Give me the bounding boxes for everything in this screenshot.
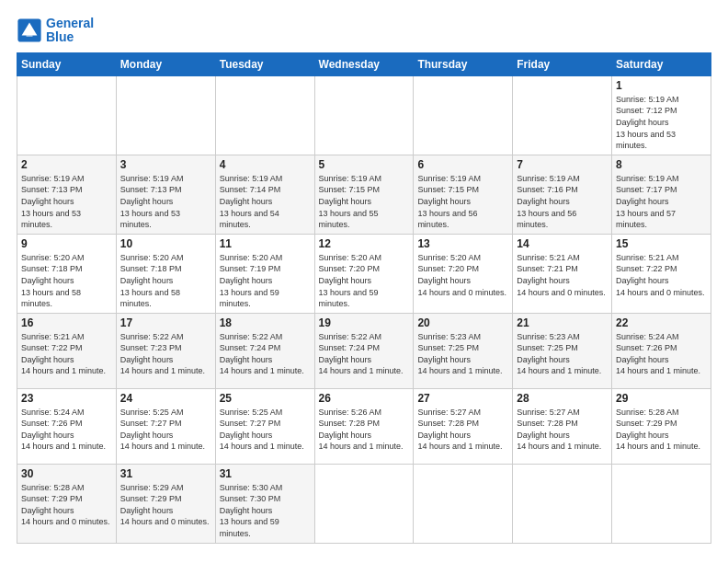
calendar-cell: 18Sunrise: 5:22 AMSunset: 7:24 PMDayligh… (215, 313, 314, 388)
day-number: 15 (616, 237, 707, 250)
calendar-cell: 22Sunrise: 5:24 AMSunset: 7:26 PMDayligh… (612, 313, 711, 388)
day-info: Sunrise: 5:19 AMSunset: 7:12 PMDaylight … (616, 95, 679, 150)
day-number: 6 (417, 158, 508, 171)
calendar-cell: 15Sunrise: 5:21 AMSunset: 7:22 PMDayligh… (612, 234, 711, 313)
calendar-cell: 4Sunrise: 5:19 AMSunset: 7:14 PMDaylight… (215, 155, 314, 234)
calendar-cell: 9Sunrise: 5:20 AMSunset: 7:18 PMDaylight… (17, 234, 117, 313)
calendar-cell: 7Sunrise: 5:19 AMSunset: 7:16 PMDaylight… (513, 155, 612, 234)
day-number: 16 (21, 316, 112, 329)
day-number: 20 (417, 316, 508, 329)
day-number: 24 (120, 392, 211, 405)
col-header-saturday: Saturday (612, 52, 711, 75)
calendar-cell: 11Sunrise: 5:20 AMSunset: 7:19 PMDayligh… (215, 234, 314, 313)
calendar-cell: 19Sunrise: 5:22 AMSunset: 7:24 PMDayligh… (314, 313, 414, 388)
calendar-cell (314, 464, 414, 543)
calendar-cell (612, 464, 711, 543)
calendar-week-row: 1Sunrise: 5:19 AMSunset: 7:12 PMDaylight… (17, 75, 711, 155)
calendar-week-row: 23Sunrise: 5:24 AMSunset: 7:26 PMDayligh… (17, 388, 711, 464)
day-number: 21 (517, 316, 608, 329)
logo-text: General Blue (46, 17, 94, 45)
day-number: 17 (120, 316, 211, 329)
calendar-cell: 8Sunrise: 5:19 AMSunset: 7:17 PMDaylight… (612, 155, 711, 234)
day-info: Sunrise: 5:22 AMSunset: 7:24 PMDaylight … (220, 332, 304, 376)
day-number: 23 (21, 392, 112, 405)
calendar-cell: 24Sunrise: 5:25 AMSunset: 7:27 PMDayligh… (116, 388, 215, 464)
calendar-cell (513, 464, 612, 543)
day-number: 8 (616, 158, 707, 171)
calendar-cell: 23Sunrise: 5:24 AMSunset: 7:26 PMDayligh… (17, 388, 117, 464)
day-number: 14 (517, 237, 608, 250)
day-number: 5 (319, 158, 410, 171)
calendar-week-row: 2Sunrise: 5:19 AMSunset: 7:13 PMDaylight… (17, 155, 711, 234)
day-info: Sunrise: 5:20 AMSunset: 7:20 PMDaylight … (417, 253, 506, 297)
day-number: 31 (120, 467, 211, 480)
page-header: General Blue (17, 17, 711, 45)
day-info: Sunrise: 5:19 AMSunset: 7:14 PMDaylight … (220, 174, 283, 229)
calendar-cell: 27Sunrise: 5:27 AMSunset: 7:28 PMDayligh… (414, 388, 513, 464)
col-header-sunday: Sunday (17, 52, 117, 75)
logo-icon (17, 17, 42, 43)
day-number: 4 (220, 158, 311, 171)
day-number: 7 (517, 158, 608, 171)
col-header-tuesday: Tuesday (215, 52, 314, 75)
day-number: 22 (616, 316, 707, 329)
calendar-cell (414, 464, 513, 543)
calendar-week-row: 16Sunrise: 5:21 AMSunset: 7:22 PMDayligh… (17, 313, 711, 388)
day-number: 12 (319, 237, 410, 250)
day-info: Sunrise: 5:19 AMSunset: 7:15 PMDaylight … (319, 174, 382, 229)
day-info: Sunrise: 5:24 AMSunset: 7:26 PMDaylight … (616, 332, 700, 376)
day-info: Sunrise: 5:20 AMSunset: 7:19 PMDaylight … (220, 253, 283, 308)
calendar-cell: 26Sunrise: 5:26 AMSunset: 7:28 PMDayligh… (314, 388, 414, 464)
calendar-week-row: 30Sunrise: 5:28 AMSunset: 7:29 PMDayligh… (17, 464, 711, 543)
calendar-cell (116, 75, 215, 155)
calendar-cell: 30Sunrise: 5:28 AMSunset: 7:29 PMDayligh… (17, 464, 117, 543)
day-info: Sunrise: 5:21 AMSunset: 7:21 PMDaylight … (517, 253, 606, 297)
day-info: Sunrise: 5:28 AMSunset: 7:29 PMDaylight … (21, 483, 110, 527)
day-info: Sunrise: 5:27 AMSunset: 7:28 PMDaylight … (517, 408, 601, 452)
calendar-cell (314, 75, 414, 155)
calendar-cell: 13Sunrise: 5:20 AMSunset: 7:20 PMDayligh… (414, 234, 513, 313)
col-header-thursday: Thursday (414, 52, 513, 75)
day-info: Sunrise: 5:22 AMSunset: 7:23 PMDaylight … (120, 332, 205, 376)
col-header-friday: Friday (513, 52, 612, 75)
calendar-cell (215, 75, 314, 155)
calendar-cell: 20Sunrise: 5:23 AMSunset: 7:25 PMDayligh… (414, 313, 513, 388)
day-number: 28 (517, 392, 608, 405)
day-info: Sunrise: 5:20 AMSunset: 7:18 PMDaylight … (21, 253, 85, 308)
day-info: Sunrise: 5:27 AMSunset: 7:28 PMDaylight … (417, 408, 502, 452)
day-number: 9 (21, 237, 112, 250)
calendar-table: SundayMondayTuesdayWednesdayThursdayFrid… (17, 52, 711, 544)
calendar-cell: 1Sunrise: 5:19 AMSunset: 7:12 PMDaylight… (612, 75, 711, 155)
calendar-cell: 29Sunrise: 5:28 AMSunset: 7:29 PMDayligh… (612, 388, 711, 464)
calendar-cell (513, 75, 612, 155)
day-number: 25 (220, 392, 311, 405)
day-number: 10 (120, 237, 211, 250)
col-header-monday: Monday (116, 52, 215, 75)
day-info: Sunrise: 5:19 AMSunset: 7:16 PMDaylight … (517, 174, 580, 229)
day-info: Sunrise: 5:20 AMSunset: 7:18 PMDaylight … (120, 253, 184, 308)
day-info: Sunrise: 5:28 AMSunset: 7:29 PMDaylight … (616, 408, 700, 452)
calendar-cell: 14Sunrise: 5:21 AMSunset: 7:21 PMDayligh… (513, 234, 612, 313)
day-info: Sunrise: 5:24 AMSunset: 7:26 PMDaylight … (21, 408, 106, 452)
day-info: Sunrise: 5:21 AMSunset: 7:22 PMDaylight … (21, 332, 106, 376)
day-info: Sunrise: 5:30 AMSunset: 7:30 PMDaylight … (220, 483, 283, 538)
day-info: Sunrise: 5:25 AMSunset: 7:27 PMDaylight … (220, 408, 304, 452)
calendar-header-row: SundayMondayTuesdayWednesdayThursdayFrid… (17, 52, 711, 75)
day-info: Sunrise: 5:21 AMSunset: 7:22 PMDaylight … (616, 253, 705, 297)
day-info: Sunrise: 5:25 AMSunset: 7:27 PMDaylight … (120, 408, 205, 452)
calendar-cell: 17Sunrise: 5:22 AMSunset: 7:23 PMDayligh… (116, 313, 215, 388)
day-number: 3 (120, 158, 211, 171)
day-number: 19 (319, 316, 410, 329)
day-number: 29 (616, 392, 707, 405)
day-info: Sunrise: 5:19 AMSunset: 7:13 PMDaylight … (21, 174, 85, 229)
calendar-page: General Blue SundayMondayTuesdayWednesda… (0, 0, 728, 563)
day-info: Sunrise: 5:23 AMSunset: 7:25 PMDaylight … (517, 332, 601, 376)
day-number: 26 (319, 392, 410, 405)
day-info: Sunrise: 5:20 AMSunset: 7:20 PMDaylight … (319, 253, 382, 308)
day-info: Sunrise: 5:23 AMSunset: 7:25 PMDaylight … (417, 332, 502, 376)
calendar-cell: 31Sunrise: 5:29 AMSunset: 7:29 PMDayligh… (116, 464, 215, 543)
calendar-cell: 25Sunrise: 5:25 AMSunset: 7:27 PMDayligh… (215, 388, 314, 464)
day-info: Sunrise: 5:19 AMSunset: 7:15 PMDaylight … (417, 174, 481, 229)
calendar-cell: 10Sunrise: 5:20 AMSunset: 7:18 PMDayligh… (116, 234, 215, 313)
calendar-cell: 6Sunrise: 5:19 AMSunset: 7:15 PMDaylight… (414, 155, 513, 234)
